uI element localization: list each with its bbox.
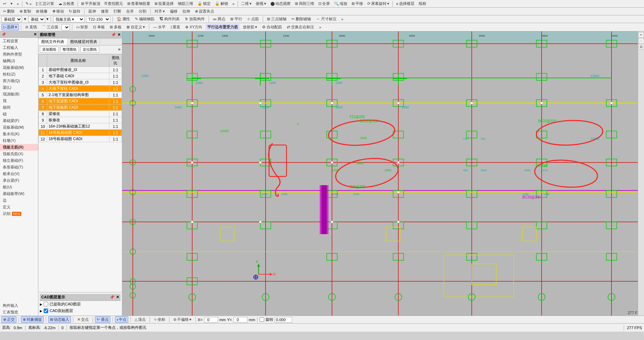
select-mode-button[interactable]: ▷ 选择 ▾ [1,24,19,30]
pin-icon[interactable]: 📌 [111,32,116,37]
table-row[interactable]: 10 16#-23#栋基础施工图12 1:1 [39,123,122,130]
shape-select[interactable]: ▾ [61,24,70,30]
cad-close-icon[interactable]: ✕ [116,295,119,299]
table-row[interactable]: 4 大地下室柱 CADI 1:1 [39,86,122,92]
sidebar-item-identify[interactable]: 识别 NEW [0,210,38,217]
dynamic-view-button[interactable]: ⬤ 动态观察 [269,0,292,7]
mini-fit[interactable]: ⊡ [638,44,644,50]
offset-button[interactable]: 偏移 [168,8,179,15]
canvas-area[interactable]: Y X 1250 1250 1250 1250 2400 2200 2200 1… [122,31,644,316]
extend-button[interactable]: 延伸 [87,8,98,15]
undo-dropdown-button[interactable]: ▾ [9,1,14,7]
mini-zoom-out[interactable]: - [638,38,644,44]
dynamic-input-button[interactable]: ⊞ 动态输入 [48,316,71,323]
object-snap-button[interactable]: ⊗ 对象捕捉 [21,316,44,323]
define-button[interactable]: ✎ » [24,1,33,7]
checkbox-extracted[interactable] [44,302,48,306]
rebar-spec-select[interactable]: T22-150 [86,16,110,22]
properties-button[interactable]: 🏠 属性 [115,16,132,22]
sidebar-item-foundation-strip[interactable]: 基础板带(W) [0,190,38,197]
unlock-button[interactable]: 🔓 解锁 [213,0,230,7]
align-button[interactable]: 对齐 ▾ [153,8,167,15]
sidebar-item-define[interactable]: 定义 [0,204,38,210]
trim-button[interactable]: 修剪 [99,8,110,15]
split-button[interactable]: 分割 [137,8,148,15]
sidebar-item-strip-foundation[interactable]: 条形基础(T) [0,164,38,171]
table-row[interactable]: 7 地下室板图 CADI 1:1 [39,104,122,111]
rectangle-button[interactable]: ▭ 矩形 [74,24,90,30]
sidebar-item-box-space[interactable]: 箱间 [0,104,38,111]
mini-zoom-in[interactable]: + [638,32,644,38]
more-button-4[interactable]: » [317,24,323,30]
sidebar-item-isolated-foundation[interactable]: 独立基础(F) [0,157,38,164]
sidebar-item-component-input[interactable]: 构件输入 [0,302,38,309]
table-row[interactable]: 5 2-1地下室梁板结构审图 1:1 [39,92,122,98]
radial-rebar-button[interactable]: 放射筋 ▾ [241,24,259,30]
sidebar-item-project-settings[interactable]: 工程设置 [0,38,38,44]
sidebar-item-foundation-e[interactable]: 础 [0,111,38,117]
sidebar-item-edge[interactable]: 边 [0,197,38,204]
sidebar-item-raft-e[interactable]: 筏 [0,97,38,104]
edit-rebar-button[interactable]: ✎ 编辑钢筋 [133,16,156,22]
top-view-button[interactable]: 俯视 ▾ [254,0,268,7]
sidebar-item-summary-preview[interactable]: 汇表预览 [0,309,38,316]
merge-button[interactable]: 合并 [124,8,136,15]
auto-rebar-button[interactable]: ⚙ 自动配筋 [260,24,284,30]
sidebar-item-grid[interactable]: 轴网(J) [0,58,38,64]
sidebar-item-project-input[interactable]: 工程输入 [0,44,38,51]
zoom-button[interactable]: 🔍 缩放 [332,0,349,7]
stretch-button[interactable]: 拉伸 [181,8,192,15]
two-point-button[interactable]: ㎜ 两点 [211,16,227,22]
single-slab-button[interactable]: ⊡ 单板 [91,24,107,30]
pick-component-button[interactable]: 🖱 拾取构件 [183,16,207,22]
sidebar-item-bolt-column[interactable]: 栓柱(Z) [0,71,38,78]
batch-select-button[interactable]: ⊞ 批量选择 [153,0,175,7]
close-icon[interactable]: ✕ [117,32,121,37]
component-list-button[interactable]: 🏗 构件列表 [158,16,181,22]
more-button-3[interactable]: » [340,16,345,22]
rebar-type-select[interactable]: 筏板主筋 ▾ [53,16,85,22]
sidebar-item-foundation-beam[interactable]: 基础梁(F) [0,117,38,124]
tab-floor-compare[interactable]: 图纸楼层对照表 [67,38,100,45]
sidebar-item-component-type[interactable]: 用构件类型 [0,51,38,58]
find-element-button[interactable]: 𝄜 查找图元 [103,0,125,7]
table-row[interactable]: 2 地下基础 CADI 1:1 [39,73,122,79]
view-rebar-button[interactable]: ⊞ 查看钢筋量 [125,0,152,7]
sidebar-item-column-pier[interactable]: 柱墩(Y) [0,137,38,144]
set-grip-button[interactable]: ⊕ 设置夹点 [193,8,216,15]
tab-drawing-list[interactable]: 图纸文件列表 [38,38,67,45]
swap-annotation-button[interactable]: ⇄ 交换左右标注 [285,24,316,30]
dimension-button[interactable]: ↔ 尺寸标注 [314,16,338,22]
organize-drawing-button[interactable]: 整理图纸 [60,46,79,53]
cad-pin-icon[interactable]: 📌 [110,295,115,299]
table-row[interactable]: 8 梁修改 1:1 [39,111,122,117]
table-row[interactable]: 9 板修改 1:1 [39,117,122,123]
sidebar-item-slab-foundation[interactable]: 花板基础(M) [0,64,38,71]
local-3d-button[interactable]: ⊞ 局部三维 [293,0,316,7]
coordinate-button[interactable]: ⊹ 坐标 [152,316,167,323]
line-button[interactable]: ⊘ 直线 [23,24,39,30]
sidebar-item-shear-wall[interactable]: 剪力墙(Q) [0,78,38,84]
parallel-button[interactable]: ⊞ 平行 [229,16,244,22]
y-coord-input[interactable] [233,317,247,323]
table-row[interactable]: 6 地下室梁图 CADI 1:1 [39,98,122,104]
more-button-1[interactable]: » [15,1,21,7]
sidebar-item-raft-neg-rebar[interactable]: 筏板负筋(X) [0,151,38,157]
sidebar-item-pile[interactable]: 桩(U) [0,184,38,190]
break-button[interactable]: 打断 [112,8,123,15]
three-point-axis-button[interactable]: ⊞ 三点辅轴 [265,16,288,22]
collapse-original[interactable]: ▶ [40,309,42,313]
undo-button[interactable]: ↩ [1,1,8,7]
fullscreen-button[interactable]: ⊡ 全屏 [317,0,332,7]
rotate-button[interactable]: ↻ 旋转 [67,8,82,15]
sidebar-item-slab-foundation2[interactable]: 花板基础(M) [0,124,38,131]
multi-slab-button[interactable]: ⊞ 多板 [108,24,123,30]
drawing-panel-titlebar[interactable]: 图纸管理 📌 ✕ [38,31,122,38]
checkbox-original[interactable] [44,309,48,313]
mirror-button[interactable]: ⊞ 镜像 [34,8,49,15]
lock-button[interactable]: 🔒 锁定 [196,0,212,7]
vertex-button[interactable]: △ 顶点 [133,316,147,323]
sidebar-titlebar[interactable]: 📌 ✕ [0,31,38,38]
rotate-input[interactable] [275,317,292,323]
sublayer-select[interactable]: 基础 [28,16,45,22]
